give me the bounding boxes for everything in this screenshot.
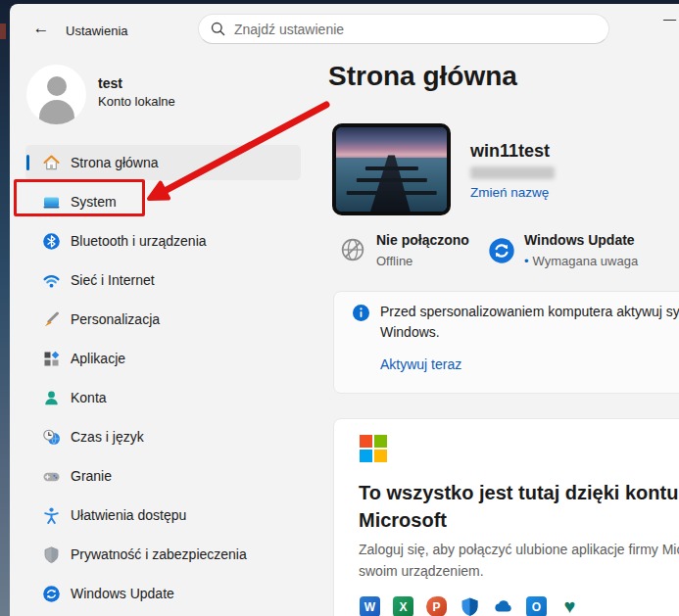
home-icon [42, 154, 61, 172]
sidebar-item-label: Personalizacja [71, 311, 160, 327]
redacted-device-info [470, 166, 555, 179]
minimize-button[interactable]: — [663, 12, 676, 26]
outlook-icon: O [526, 596, 547, 616]
privacy-icon [42, 545, 61, 564]
attention-bullet: • [524, 254, 529, 268]
powerpoint-icon: P [426, 596, 447, 616]
network-icon [42, 271, 61, 290]
profile-account-type: Konto lokalne [98, 94, 175, 109]
windows-update-icon [42, 585, 61, 603]
device-name: win11test [470, 141, 550, 162]
sidebar-item-gaming[interactable]: Granie [25, 458, 301, 494]
thumbnail-pier-plank [356, 178, 426, 182]
selected-accent-bar [26, 155, 29, 170]
avatar-shoulders [39, 100, 74, 124]
sidebar-item-time-language[interactable]: Czas i język [25, 419, 301, 454]
rename-device-link[interactable]: Zmień nazwę [470, 185, 549, 200]
search-box[interactable] [198, 14, 609, 44]
personalization-icon [42, 310, 61, 329]
network-status-title: Nie połączono [376, 232, 469, 248]
thumbnail-pier-plank [346, 191, 437, 195]
activate-now-link[interactable]: Aktywuj teraz [380, 356, 461, 372]
promo-body: Zaloguj się, aby połączyć ulubione aplik… [359, 539, 679, 582]
app-icons-row: W X P O ♥ [360, 596, 580, 616]
globe-offline-icon [339, 236, 366, 263]
sidebar-item-label: Aplikacje [71, 351, 125, 366]
sidebar-item-windows-update[interactable]: Windows Update [25, 576, 301, 611]
sidebar-nav: Strona główna System Bluetooth i urządze… [25, 145, 301, 615]
activation-message: Przed spersonalizowaniem komputera aktyw… [380, 302, 679, 343]
sidebar-item-bluetooth[interactable]: Bluetooth i urządzenia [25, 223, 301, 259]
avatar-head [47, 76, 67, 96]
desktop-background-sliver [0, 24, 6, 39]
apps-icon [42, 350, 61, 368]
sidebar-item-label: Prywatność i zabezpieczenia [71, 546, 247, 562]
sidebar-item-label: Ułatwienia dostępu [71, 507, 186, 523]
sidebar-item-personalization[interactable]: Personalizacja [25, 302, 301, 337]
microsoft-account-card: To wszystko jest tutaj dzięki kontu Micr… [333, 418, 679, 616]
promo-heading: To wszystko jest tutaj dzięki kontu Micr… [359, 479, 678, 534]
family-icon: ♥ [559, 596, 580, 616]
sidebar-item-network[interactable]: Sieć i Internet [25, 262, 301, 298]
bluetooth-icon [42, 232, 61, 251]
update-status-title: Windows Update [524, 232, 638, 248]
settings-window: ← Ustawienia — test Konto lokalne Strona… [10, 4, 679, 616]
search-input[interactable] [234, 22, 597, 37]
update-status[interactable]: Windows Update •Wymagana uwaga [524, 232, 638, 268]
sidebar-item-label: Strona główna [71, 155, 159, 170]
sidebar-item-label: Bluetooth i urządzenia [71, 233, 207, 249]
time-language-icon [42, 428, 61, 447]
info-icon [353, 305, 369, 321]
back-button[interactable]: ← [29, 17, 53, 40]
sidebar-item-privacy[interactable]: Prywatność i zabezpieczenia [25, 537, 301, 572]
sidebar-item-apps[interactable]: Aplikacje [25, 341, 301, 376]
page-title: Strona główna [328, 61, 517, 92]
onedrive-icon [493, 596, 513, 616]
accessibility-icon [42, 506, 61, 525]
gaming-icon [42, 467, 61, 486]
accounts-icon [42, 389, 61, 407]
network-status[interactable]: Nie połączono Offline [376, 232, 469, 268]
sidebar-item-accessibility[interactable]: Ułatwienia dostępu [25, 498, 301, 533]
sidebar-item-system[interactable]: System [25, 184, 301, 219]
windows-update-icon [488, 237, 515, 264]
excel-icon: X [393, 596, 413, 616]
sidebar-item-label: Granie [71, 468, 112, 484]
update-status-subtitle: Wymagana uwaga [533, 254, 639, 268]
thumbnail-sky [336, 127, 447, 158]
defender-icon [460, 596, 480, 616]
sidebar-item-label: Czas i język [71, 429, 144, 445]
network-status-subtitle: Offline [376, 254, 469, 268]
sidebar-item-label: System [71, 194, 117, 210]
device-thumbnail [332, 123, 451, 215]
activation-banner: Przed spersonalizowaniem komputera aktyw… [333, 291, 679, 394]
avatar[interactable] [26, 65, 86, 124]
app-title: Ustawienia [66, 24, 128, 38]
sidebar-item-label: Windows Update [71, 586, 174, 601]
search-icon [211, 22, 225, 36]
word-icon: W [360, 596, 380, 616]
sidebar-item-home[interactable]: Strona główna [25, 145, 301, 180]
sidebar-item-label: Konta [71, 390, 107, 405]
profile-name: test [98, 75, 122, 91]
sidebar-item-label: Sieć i Internet [71, 272, 155, 288]
system-icon [42, 193, 61, 212]
thumbnail-pier-plank [364, 166, 417, 170]
microsoft-logo-icon [360, 435, 387, 462]
sidebar-item-accounts[interactable]: Konta [25, 380, 301, 415]
